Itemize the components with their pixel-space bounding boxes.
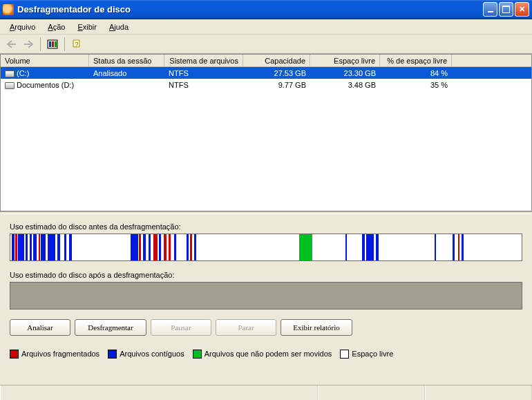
legend-blue-icon bbox=[108, 350, 117, 359]
menu-bar: Arquivo Ação Exibir Ajuda bbox=[0, 19, 532, 35]
legend-frag-label: Arquivos fragmentados bbox=[21, 350, 99, 358]
volume-capacity: 9.77 GB bbox=[243, 80, 310, 90]
svg-rect-2 bbox=[52, 41, 54, 47]
col-volume[interactable]: Volume bbox=[1, 55, 89, 66]
pause-button: Pausar bbox=[151, 319, 211, 336]
volume-capacity: 27.53 GB bbox=[243, 68, 310, 78]
col-status[interactable]: Status da sessão bbox=[89, 55, 164, 66]
volume-list: Volume Status da sessão Sistema de arqui… bbox=[0, 54, 532, 211]
stop-button: Parar bbox=[216, 319, 276, 336]
toolbar: ? bbox=[0, 35, 532, 54]
after-defrag-bar bbox=[10, 282, 522, 309]
defrag-tool-icon[interactable] bbox=[45, 37, 60, 52]
title-bar: Desfragmentador de disco bbox=[0, 0, 532, 19]
menu-file[interactable]: Arquivo bbox=[4, 21, 41, 32]
legend-free-label: Espaço livre bbox=[352, 350, 393, 358]
window-controls bbox=[483, 2, 529, 17]
maximize-button[interactable] bbox=[499, 2, 513, 17]
menu-action[interactable]: Ação bbox=[42, 21, 70, 32]
status-pane-2 bbox=[318, 385, 425, 400]
help-tool-icon[interactable]: ? bbox=[69, 37, 84, 52]
legend-unmov-label: Arquivos que não podem ser movidos bbox=[205, 350, 332, 358]
status-bar bbox=[0, 385, 532, 400]
volume-pct: 35 % bbox=[380, 80, 452, 90]
legend: Arquivos fragmentados Arquivos contíguos… bbox=[10, 347, 522, 359]
analysis-panel: Uso estimado do disco antes da desfragme… bbox=[0, 214, 532, 361]
minimize-button[interactable] bbox=[483, 2, 497, 17]
volume-row-d[interactable]: Documentos (D:) NTFS 9.77 GB 3.48 GB 35 … bbox=[1, 79, 531, 91]
svg-rect-1 bbox=[49, 41, 51, 47]
volume-name: (C:) bbox=[17, 69, 29, 77]
drive-icon bbox=[5, 70, 15, 77]
legend-free: Espaço livre bbox=[340, 350, 393, 359]
volume-status bbox=[89, 84, 164, 86]
volume-row-c[interactable]: (C:) Analisado NTFS 27.53 GB 23.30 GB 84… bbox=[1, 67, 531, 79]
report-button[interactable]: Exibir relatório bbox=[281, 319, 352, 336]
legend-unmovable: Arquivos que não podem ser movidos bbox=[193, 350, 332, 359]
before-defrag-bar bbox=[10, 234, 522, 261]
forward-button bbox=[21, 37, 36, 52]
svg-text:?: ? bbox=[75, 41, 78, 48]
toolbar-separator bbox=[40, 37, 41, 51]
drive-icon bbox=[5, 82, 15, 89]
volume-status: Analisado bbox=[89, 68, 164, 78]
app-icon bbox=[3, 4, 14, 15]
legend-contiguous: Arquivos contíguos bbox=[108, 350, 184, 359]
status-pane-3 bbox=[425, 385, 532, 400]
svg-rect-3 bbox=[55, 41, 57, 47]
menu-help[interactable]: Ajuda bbox=[104, 21, 134, 32]
legend-white-icon bbox=[340, 350, 349, 359]
legend-red-icon bbox=[10, 350, 19, 359]
volume-header-row: Volume Status da sessão Sistema de arqui… bbox=[1, 55, 531, 67]
volume-fs: NTFS bbox=[164, 80, 243, 90]
col-filesystem[interactable]: Sistema de arquivos bbox=[164, 55, 243, 66]
volume-fs: NTFS bbox=[164, 68, 243, 78]
legend-fragmented: Arquivos fragmentados bbox=[10, 350, 99, 359]
legend-green-icon bbox=[193, 350, 202, 359]
button-row: Analisar Desfragmentar Pausar Parar Exib… bbox=[10, 319, 522, 336]
volume-free: 23.30 GB bbox=[310, 68, 380, 78]
close-button[interactable] bbox=[515, 2, 529, 17]
defragment-button[interactable]: Desfragmentar bbox=[75, 319, 146, 336]
toolbar-separator bbox=[64, 37, 65, 51]
col-pct-free[interactable]: % de espaço livre bbox=[380, 55, 452, 66]
col-free[interactable]: Espaço livre bbox=[310, 55, 380, 66]
before-label: Uso estimado do disco antes da desfragme… bbox=[10, 222, 522, 231]
status-pane-1 bbox=[0, 385, 318, 400]
legend-contig-label: Arquivos contíguos bbox=[120, 350, 184, 358]
after-label: Uso estimado do disco após a desfragment… bbox=[10, 271, 522, 279]
window-title: Desfragmentador de disco bbox=[17, 4, 483, 15]
back-button bbox=[4, 37, 19, 52]
volume-pct: 84 % bbox=[380, 68, 452, 78]
volume-free: 3.48 GB bbox=[310, 80, 380, 90]
analyze-button[interactable]: Analisar bbox=[10, 319, 70, 336]
menu-view[interactable]: Exibir bbox=[72, 21, 102, 32]
col-capacity[interactable]: Capacidade bbox=[243, 55, 310, 66]
volume-name: Documentos (D:) bbox=[17, 81, 74, 89]
